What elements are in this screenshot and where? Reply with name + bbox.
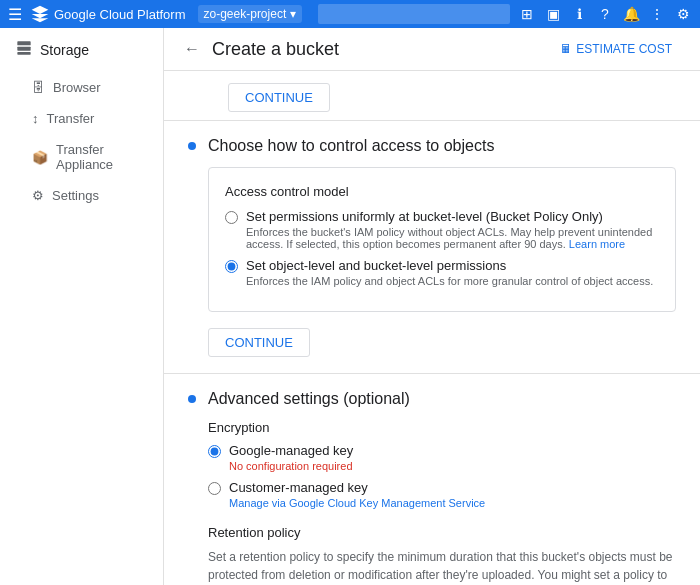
encryption-option-2: Customer-managed key Manage via Google C… — [208, 480, 676, 509]
sidebar-title: Storage — [40, 42, 89, 58]
estimate-cost-button[interactable]: 🖩 ESTIMATE COST — [552, 38, 680, 60]
section-bullet-advanced — [188, 395, 196, 403]
monitor-icon[interactable]: ▣ — [544, 6, 562, 22]
app-logo: Google Cloud Platform — [30, 4, 186, 24]
access-radio-2[interactable] — [225, 260, 238, 273]
advanced-section-title-row: Advanced settings (optional) — [188, 390, 676, 408]
retention-title: Retention policy — [208, 525, 676, 540]
sidebar-item-settings[interactable]: ⚙ Settings — [0, 180, 163, 211]
access-option-2-content: Set object-level and bucket-level permis… — [246, 258, 653, 287]
access-option-2-label[interactable]: Set object-level and bucket-level permis… — [246, 258, 506, 273]
continue-access-button[interactable]: CONTINUE — [208, 328, 310, 357]
bell-icon[interactable]: 🔔 — [622, 6, 640, 22]
retention-section: Retention policy Set a retention policy … — [208, 525, 676, 585]
encryption-option-2-content: Customer-managed key Manage via Google C… — [229, 480, 485, 509]
encryption-manage-link[interactable]: Manage via Google Cloud Key Management S… — [229, 497, 485, 509]
svg-rect-2 — [17, 52, 30, 55]
calculator-icon: 🖩 — [560, 42, 572, 56]
back-button[interactable]: ← — [184, 40, 200, 58]
access-section: Choose how to control access to objects … — [164, 121, 700, 374]
topbar-icon-group: ⊞ ▣ ℹ ? 🔔 ⋮ ⚙ — [518, 6, 692, 22]
encryption-option-1-content: Google-managed key No configuration requ… — [229, 443, 353, 472]
access-option-2: Set object-level and bucket-level permis… — [225, 258, 659, 287]
access-option-1-content: Set permissions uniformly at bucket-leve… — [246, 209, 659, 250]
encryption-option-1-desc: No configuration required — [229, 460, 353, 472]
retention-description: Set a retention policy to specify the mi… — [208, 548, 676, 585]
encryption-radio-1[interactable] — [208, 445, 221, 458]
sidebar-item-transfer-appliance[interactable]: 📦 Transfer Appliance — [0, 134, 163, 180]
access-card-title: Access control model — [225, 184, 659, 199]
menu-icon[interactable]: ☰ — [8, 5, 22, 24]
access-option-1-desc: Enforces the bucket's IAM policy without… — [246, 226, 659, 250]
page-title: Create a bucket — [212, 39, 540, 60]
access-option-1-link[interactable]: Learn more — [569, 238, 625, 250]
settings-icon: ⚙ — [32, 188, 44, 203]
access-option-2-desc: Enforces the IAM policy and object ACLs … — [246, 275, 653, 287]
info-icon[interactable]: ℹ — [570, 6, 588, 22]
appliance-icon: 📦 — [32, 150, 48, 165]
encryption-option-2-label[interactable]: Customer-managed key — [229, 480, 368, 495]
encryption-title: Encryption — [208, 420, 676, 435]
encryption-option-2-desc: Manage via Google Cloud Key Management S… — [229, 497, 485, 509]
chevron-down-icon: ▾ — [290, 7, 296, 21]
sidebar-item-transfer[interactable]: ↕ Transfer — [0, 103, 163, 134]
browser-icon: 🗄 — [32, 80, 45, 95]
access-section-title-row: Choose how to control access to objects — [188, 137, 676, 155]
storage-icon — [16, 40, 32, 60]
section-bullet-access — [188, 142, 196, 150]
access-section-title: Choose how to control access to objects — [208, 137, 494, 155]
transfer-icon: ↕ — [32, 111, 39, 126]
access-option-1-label[interactable]: Set permissions uniformly at bucket-leve… — [246, 209, 603, 224]
main-content: ← Create a bucket 🖩 ESTIMATE COST CONTIN… — [164, 28, 700, 585]
project-selector[interactable]: zo-geek-project ▾ — [198, 5, 303, 23]
layout: Storage 🗄 Browser ↕ Transfer 📦 Transfer … — [0, 28, 700, 585]
access-control-card: Access control model Set permissions uni… — [208, 167, 676, 312]
search-bar[interactable] — [318, 4, 510, 24]
continue-top-section: CONTINUE — [164, 71, 700, 121]
content-area: CONTINUE Choose how to control access to… — [164, 71, 700, 585]
sidebar-item-browser[interactable]: 🗄 Browser — [0, 72, 163, 103]
advanced-section-title: Advanced settings (optional) — [208, 390, 410, 408]
continue-top-button[interactable]: CONTINUE — [228, 83, 330, 112]
encryption-radio-2[interactable] — [208, 482, 221, 495]
sidebar: Storage 🗄 Browser ↕ Transfer 📦 Transfer … — [0, 28, 164, 585]
svg-rect-0 — [17, 41, 30, 45]
access-option-1: Set permissions uniformly at bucket-leve… — [225, 209, 659, 250]
grid-icon[interactable]: ⊞ — [518, 6, 536, 22]
advanced-section: Advanced settings (optional) Encryption … — [164, 374, 700, 585]
search-input[interactable] — [326, 7, 502, 21]
page-header: ← Create a bucket 🖩 ESTIMATE COST — [164, 28, 700, 71]
help-icon[interactable]: ? — [596, 6, 614, 22]
encryption-option-1-label[interactable]: Google-managed key — [229, 443, 353, 458]
topbar: ☰ Google Cloud Platform zo-geek-project … — [0, 0, 700, 28]
sidebar-header: Storage — [0, 28, 163, 72]
settings-gear-icon[interactable]: ⚙ — [674, 6, 692, 22]
access-radio-1[interactable] — [225, 211, 238, 224]
encryption-option-1: Google-managed key No configuration requ… — [208, 443, 676, 472]
more-icon[interactable]: ⋮ — [648, 6, 666, 22]
encryption-section: Encryption Google-managed key No configu… — [208, 420, 676, 509]
svg-rect-1 — [17, 47, 30, 51]
